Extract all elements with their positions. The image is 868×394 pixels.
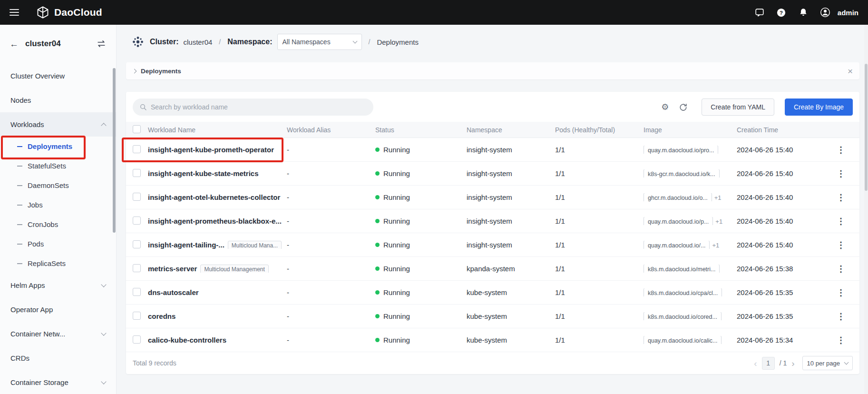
pods-count: 1/1 — [555, 288, 565, 296]
sidebar-item-container-storage[interactable]: Container Storage — [0, 370, 116, 394]
sidebar-item-helm-apps[interactable]: Helm Apps — [0, 273, 116, 297]
search-icon — [139, 103, 147, 111]
sidebar-item-container-network[interactable]: Container Netw... — [0, 322, 116, 346]
table-row[interactable]: dns-autoscaler - Running kube-system 1/1… — [126, 281, 859, 305]
sidebar-scrollbar[interactable] — [113, 68, 116, 233]
sidebar-item-nodes[interactable]: Nodes — [0, 88, 116, 112]
header-creation-time: Creation Time — [737, 126, 827, 134]
kebab-menu-icon[interactable]: ⋮ — [834, 168, 848, 179]
row-checkbox[interactable] — [133, 193, 141, 201]
search-box[interactable] — [133, 98, 373, 116]
row-checkbox[interactable] — [133, 335, 141, 344]
kebab-menu-icon[interactable]: ⋮ — [834, 264, 848, 274]
current-page[interactable]: 1 — [762, 357, 775, 370]
messages-icon[interactable] — [754, 7, 765, 18]
table-row[interactable]: insight-agent-prometheus-blackbox-e... -… — [126, 209, 859, 233]
image-extra-count: +1 — [714, 194, 722, 201]
status-dot-icon — [375, 290, 380, 295]
sidebar-item-cronjobs[interactable]: CronJobs — [0, 215, 116, 234]
workload-name-link[interactable]: calico-kube-controllers — [148, 336, 226, 344]
kebab-menu-icon[interactable]: ⋮ — [834, 240, 848, 250]
pods-count: 1/1 — [555, 217, 565, 225]
row-checkbox[interactable] — [133, 264, 141, 272]
row-checkbox[interactable] — [133, 145, 141, 153]
create-from-yaml-button[interactable]: Create from YAML — [702, 98, 774, 116]
workload-alias: - — [287, 169, 289, 177]
table-row[interactable]: insight-agent-otel-kubernetes-collector … — [126, 186, 859, 209]
gear-icon[interactable]: ⚙ — [659, 101, 671, 113]
cluster-value[interactable]: cluster04 — [183, 38, 212, 46]
workload-name-link[interactable]: insight-agent-kube-prometh-operator — [148, 146, 274, 154]
sidebar-item-replicasets[interactable]: ReplicaSets — [0, 254, 116, 273]
sidebar-item-crds[interactable]: CRDs — [0, 346, 116, 370]
workload-name-link[interactable]: insight-agent-otel-kubernetes-collector — [148, 193, 280, 201]
sidebar-item-jobs[interactable]: Jobs — [0, 195, 116, 215]
row-checkbox[interactable] — [133, 240, 141, 248]
table-row[interactable]: metrics-serverMulticloud Management - Ru… — [126, 257, 859, 281]
kebab-menu-icon[interactable]: ⋮ — [834, 192, 848, 203]
help-icon[interactable]: ? — [776, 7, 787, 18]
kebab-menu-icon[interactable]: ⋮ — [834, 216, 848, 227]
row-checkbox[interactable] — [133, 169, 141, 177]
workload-name-link[interactable]: metrics-server — [148, 265, 197, 273]
table-row[interactable]: insight-agent-kube-prometh-operator - Ru… — [126, 138, 859, 162]
hamburger-menu-icon[interactable] — [10, 9, 19, 16]
sidebar-item-workloads[interactable]: Workloads — [0, 112, 116, 137]
prev-page-icon[interactable]: ‹ — [754, 359, 757, 368]
chevron-down-icon — [101, 330, 106, 335]
namespace-select[interactable]: All Namespaces — [277, 34, 362, 50]
workload-alias: - — [287, 265, 289, 273]
image-extra-count: +1 — [712, 242, 719, 249]
sidebar-item-cluster-overview[interactable]: Cluster Overview — [0, 64, 116, 88]
sidebar-item-operator-app[interactable]: Operator App — [0, 297, 116, 322]
pods-count: 1/1 — [555, 193, 565, 201]
search-input[interactable] — [151, 103, 367, 111]
kebab-menu-icon[interactable]: ⋮ — [834, 335, 848, 345]
cluster-label: Cluster: — [150, 38, 178, 46]
kebab-menu-icon[interactable]: ⋮ — [834, 145, 848, 155]
back-arrow-icon[interactable]: ← — [10, 39, 19, 49]
brand[interactable]: DaoCloud — [36, 6, 102, 19]
close-icon[interactable]: × — [848, 67, 853, 76]
workload-name-link[interactable]: insight-agent-prometheus-blackbox-e... — [148, 217, 282, 225]
creation-time: 2024-06-26 15:34 — [737, 336, 793, 344]
pagination: ‹ 1 / 1 › 10 per page — [754, 356, 853, 370]
table-row[interactable]: insight-agent-kube-state-metrics - Runni… — [126, 162, 859, 186]
refresh-icon[interactable] — [677, 101, 689, 113]
page-scrollbar-thumb[interactable] — [865, 64, 868, 191]
workload-name-link[interactable]: insight-agent-kube-state-metrics — [148, 169, 259, 177]
sidebar-item-statefulsets[interactable]: StatefulSets — [0, 156, 116, 176]
user-avatar-icon[interactable] — [819, 7, 831, 18]
username[interactable]: admin — [838, 9, 858, 17]
table-row[interactable]: insight-agent-tailing-...Multicloud Mana… — [126, 233, 859, 257]
select-all-checkbox[interactable] — [133, 125, 141, 133]
row-checkbox[interactable] — [133, 288, 141, 296]
kebab-menu-icon[interactable]: ⋮ — [834, 311, 848, 322]
page-scrollbar[interactable] — [864, 25, 868, 394]
row-checkbox[interactable] — [133, 312, 141, 320]
table-row[interactable]: calico-kube-controllers - Running kube-s… — [126, 328, 859, 352]
table-row[interactable]: coredns - Running kube-system 1/1 k8s.m.… — [126, 305, 859, 328]
workload-name-link[interactable]: coredns — [148, 312, 176, 320]
notifications-bell-icon[interactable] — [798, 7, 809, 18]
sidebar-item-daemonsets[interactable]: DaemonSets — [0, 176, 116, 195]
row-checkbox[interactable] — [133, 217, 141, 225]
namespace-value: kube-system — [467, 288, 507, 296]
toolbar: ⚙ Create from YAML Create By Image — [126, 92, 859, 122]
per-page-value: 10 per page — [807, 360, 840, 367]
table-body: insight-agent-kube-prometh-operator - Ru… — [126, 138, 859, 352]
svg-text:?: ? — [780, 10, 783, 15]
workload-name-link[interactable]: insight-agent-tailing-... — [148, 241, 224, 249]
image-pill: quay.m.daocloud.io/p... — [644, 217, 713, 225]
multicloud-badge: Multicloud Management — [200, 265, 268, 273]
create-by-image-button[interactable]: Create By Image — [785, 98, 853, 116]
next-page-icon[interactable]: › — [791, 359, 794, 368]
deployments-panel-bar[interactable]: Deployments × — [126, 62, 859, 79]
kebab-menu-icon[interactable]: ⋮ — [834, 287, 848, 298]
switch-cluster-icon[interactable] — [96, 39, 107, 49]
sidebar-item-deployments[interactable]: Deployments — [0, 137, 116, 156]
workload-name-link[interactable]: dns-autoscaler — [148, 288, 199, 296]
per-page-select[interactable]: 10 per page — [802, 356, 853, 370]
sidebar-item-pods[interactable]: Pods — [0, 234, 116, 254]
status-dot-icon — [375, 148, 380, 152]
